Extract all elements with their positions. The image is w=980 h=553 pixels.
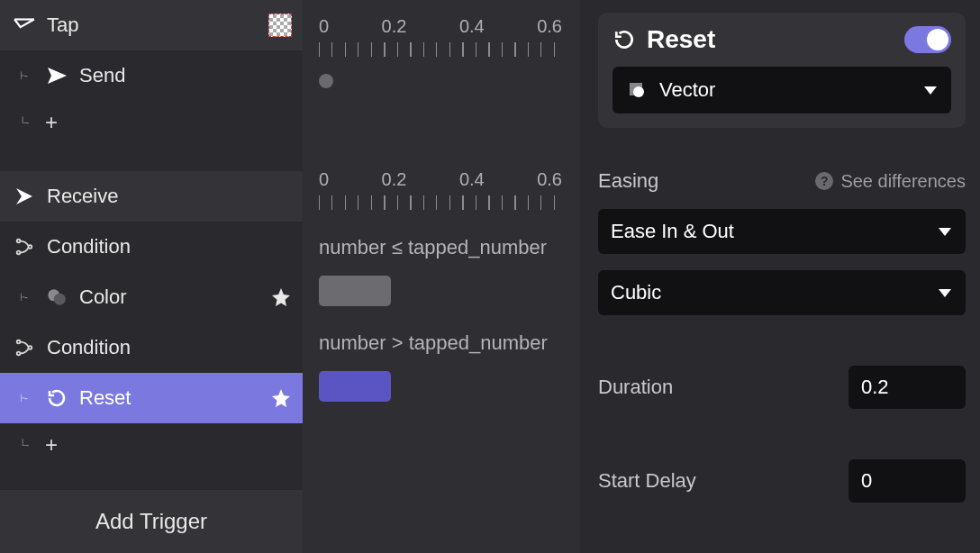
vector-icon: [625, 78, 649, 102]
svg-point-5: [54, 294, 66, 305]
tree-guide-icon: ⊦-: [13, 69, 34, 82]
send-icon: [45, 64, 68, 87]
tick-label: 0: [319, 169, 329, 190]
add-action-under-condition2[interactable]: └- +: [0, 423, 303, 467]
chevron-down-icon: [924, 86, 937, 95]
tree-guide-icon: ⊦-: [13, 392, 34, 404]
action-reset-label: Reset: [79, 386, 259, 410]
condition-2-label: Condition: [47, 336, 292, 359]
see-differences-link[interactable]: ? See differences: [815, 171, 966, 192]
easing-label: Easing: [598, 169, 815, 193]
svg-point-6: [17, 340, 21, 344]
tree-guide-icon: ⊦-: [13, 291, 34, 304]
timeline-ruler-1: 0 0.2 0.4 0.6: [319, 16, 562, 63]
duration-label: Duration: [598, 376, 834, 399]
condition-icon: [13, 336, 36, 359]
condition-2-expression: number > tapped_number: [319, 331, 562, 355]
condition-icon: [13, 235, 36, 258]
action-send-label: Send: [79, 64, 292, 87]
timeline-panel: 0 0.2 0.4 0.6 0 0.2 0.4 0.6 number ≤ tap…: [303, 0, 580, 553]
trigger-receive-label: Receive: [47, 185, 292, 208]
reset-card: Reset Vector: [598, 13, 966, 128]
reset-icon: [612, 28, 636, 51]
trigger-tap[interactable]: Tap: [0, 0, 303, 50]
condition-2[interactable]: Condition: [0, 322, 303, 373]
inspector-panel: Reset Vector Easing ? See differences Ea…: [580, 0, 980, 553]
timeline-track-reset[interactable]: [319, 371, 391, 402]
plus-icon: +: [45, 110, 58, 135]
start-delay-label: Start Delay: [598, 469, 834, 493]
easing-type-label: Ease In & Out: [611, 220, 928, 243]
card-title: Reset: [647, 25, 894, 54]
easing-curve-label: Cubic: [611, 281, 928, 304]
start-delay-input[interactable]: 0: [848, 459, 966, 503]
target-dropdown[interactable]: Vector: [612, 67, 951, 113]
plus-icon: +: [45, 432, 58, 458]
target-dropdown-label: Vector: [659, 78, 913, 102]
action-color[interactable]: ⊦- Color: [0, 272, 303, 322]
trigger-receive[interactable]: Receive: [0, 171, 303, 222]
tick-label: 0.2: [382, 16, 407, 37]
action-reset[interactable]: ⊦- Reset: [0, 373, 303, 423]
star-icon[interactable]: [270, 387, 292, 409]
action-send[interactable]: ⊦- Send: [0, 50, 303, 101]
easing-curve-dropdown[interactable]: Cubic: [598, 270, 966, 315]
svg-point-1: [17, 240, 21, 243]
tick-label: 0: [319, 16, 329, 37]
easing-section-head: Easing ? See differences: [598, 169, 966, 193]
keyframe-dot[interactable]: [319, 74, 333, 88]
see-differences-text: See differences: [840, 171, 966, 192]
tree-guide-end-icon: └-: [13, 439, 34, 451]
chevron-down-icon: [939, 289, 951, 297]
star-icon[interactable]: [270, 286, 292, 308]
tree-guide-end-icon: └-: [13, 116, 34, 129]
receive-icon: [13, 185, 36, 208]
triggers-sidebar: Tap ⊦- Send └- + Receive: [0, 0, 303, 553]
help-icon: ?: [815, 172, 833, 190]
timeline-track-color[interactable]: [319, 276, 391, 306]
action-color-label: Color: [79, 286, 259, 309]
tick-label: 0.4: [459, 16, 485, 37]
easing-type-dropdown[interactable]: Ease In & Out: [598, 209, 966, 254]
chevron-down-icon: [939, 228, 951, 236]
svg-point-7: [17, 352, 21, 356]
timeline-ruler-2: 0 0.2 0.4 0.6: [319, 169, 562, 216]
trigger-tap-label: Tap: [47, 14, 258, 37]
tick-label: 0.6: [537, 169, 562, 190]
tick-label: 0.4: [459, 169, 485, 190]
tick-label: 0.6: [537, 16, 562, 37]
reset-icon: [45, 386, 68, 410]
tick-label: 0.2: [382, 169, 407, 190]
svg-point-10: [633, 86, 644, 97]
condition-1[interactable]: Condition: [0, 222, 303, 272]
start-delay-row: Start Delay 0: [598, 459, 966, 503]
color-swatch-transparent[interactable]: [268, 14, 292, 37]
start-delay-value: 0: [861, 469, 872, 493]
condition-1-label: Condition: [47, 235, 292, 258]
condition-1-expression: number ≤ tapped_number: [319, 236, 562, 259]
enable-toggle[interactable]: [904, 26, 951, 53]
tap-icon: [13, 14, 36, 37]
duration-value: 0.2: [861, 376, 889, 399]
add-action-under-tap[interactable]: └- +: [0, 101, 303, 144]
duration-input[interactable]: 0.2: [848, 366, 966, 409]
add-trigger-button[interactable]: Add Trigger: [0, 490, 303, 553]
svg-point-2: [17, 251, 21, 255]
duration-row: Duration 0.2: [598, 366, 966, 409]
color-icon: [45, 286, 68, 309]
add-trigger-label: Add Trigger: [95, 509, 207, 534]
